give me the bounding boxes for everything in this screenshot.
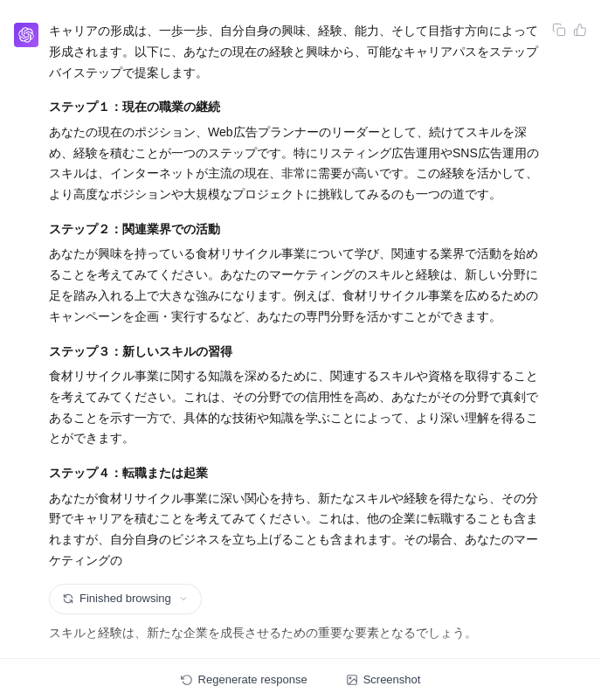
bottom-bar: Regenerate response Screenshot (0, 658, 601, 700)
step3-heading: ステップ３：新しいスキルの習得 (49, 342, 542, 361)
message-tools (552, 23, 587, 37)
avatar (14, 23, 38, 47)
browsing-badge[interactable]: Finished browsing (49, 584, 202, 614)
regenerate-label: Regenerate response (198, 673, 307, 686)
after-browsing-text: スキルと経験は、新たな企業を成長させるための重要な要素となるでしょう。 (49, 623, 542, 644)
step1-heading: ステップ１：現在の職業の継続 (49, 97, 542, 116)
screenshot-icon (346, 674, 358, 686)
main-container: キャリアの形成は、一歩一歩、自分自身の興味、経験、能力、そして目指す方向によって… (0, 0, 601, 700)
step1-text: あなたの現在のポジション、Web広告プランナーのリーダーとして、続けてスキルを深… (49, 122, 542, 205)
thumbs-up-icon[interactable] (573, 23, 587, 37)
screenshot-button[interactable]: Screenshot (337, 668, 430, 691)
intro-text: キャリアの形成は、一歩一歩、自分自身の興味、経験、能力、そして目指す方向によって… (49, 21, 542, 83)
message-content: キャリアの形成は、一歩一歩、自分自身の興味、経験、能力、そして目指す方向によって… (49, 21, 542, 700)
regenerate-button[interactable]: Regenerate response (172, 668, 316, 691)
step2-text: あなたが興味を持っている食材リサイクル事業について学び、関連する業界で活動を始め… (49, 244, 542, 327)
regenerate-icon (181, 674, 193, 686)
step4-heading: ステップ４：転職または起業 (49, 463, 542, 482)
message-row: キャリアの形成は、一歩一歩、自分自身の興味、経験、能力、そして目指す方向によって… (0, 14, 601, 700)
refresh-icon (62, 593, 74, 605)
svg-point-2 (349, 677, 351, 679)
step4-text: あなたが食材リサイクル事業に深い関心を持ち、新たなスキルや経験を得たなら、その分… (49, 489, 542, 572)
copy-icon[interactable] (552, 23, 566, 37)
chevron-down-icon (178, 593, 189, 604)
step2-heading: ステップ２：関連業界での活動 (49, 219, 542, 239)
step3-text: 食材リサイクル事業に関する知識を深めるために、関連するスキルや資格を取得すること… (49, 366, 542, 449)
screenshot-label: Screenshot (363, 673, 421, 686)
browsing-label: Finished browsing (79, 590, 171, 608)
svg-rect-0 (557, 28, 565, 36)
chat-area: キャリアの形成は、一歩一歩、自分自身の興味、経験、能力、そして目指す方向によって… (0, 0, 601, 700)
